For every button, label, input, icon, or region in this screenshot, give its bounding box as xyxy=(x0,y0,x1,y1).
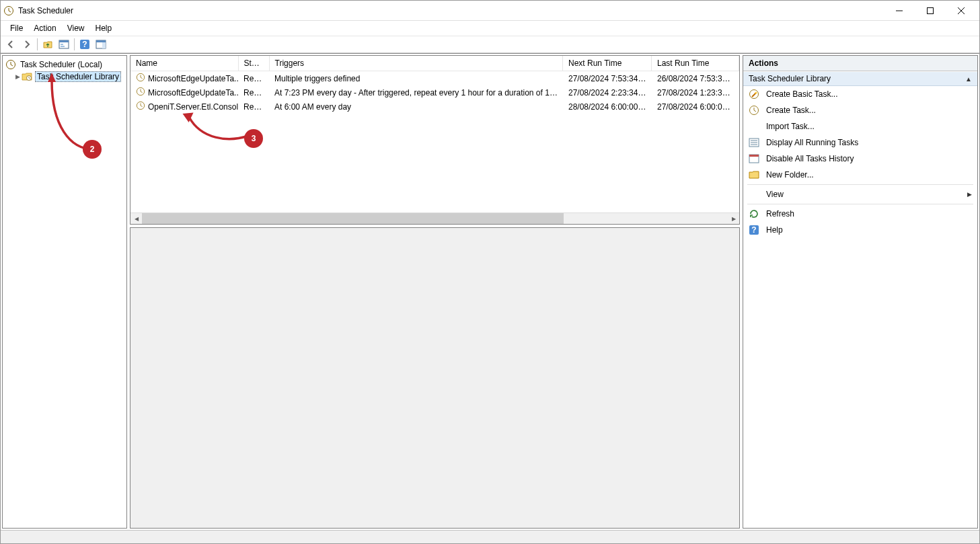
svg-point-17 xyxy=(755,92,757,94)
svg-text:?: ? xyxy=(82,40,87,49)
action-create-basic-task[interactable]: Create Basic Task... xyxy=(743,86,977,102)
close-button[interactable] xyxy=(946,1,977,20)
action-label: New Folder... xyxy=(766,170,814,180)
action-disable-history[interactable]: Disable All Tasks History xyxy=(743,151,977,167)
task-triggers: At 7:23 PM every day - After triggered, … xyxy=(269,85,563,100)
col-triggers[interactable]: Triggers xyxy=(269,56,563,71)
task-name: MicrosoftEdgeUpdateTa... xyxy=(148,88,238,98)
actions-section-title: Task Scheduler Library xyxy=(749,74,831,83)
action-new-folder[interactable]: New Folder... xyxy=(743,167,977,183)
svg-rect-4 xyxy=(61,44,63,45)
main-content: Task Scheduler (Local) ▶ Task Scheduler … xyxy=(1,53,979,530)
titlebar: Task Scheduler xyxy=(1,1,979,21)
menu-help[interactable]: Help xyxy=(90,22,118,34)
col-last-run[interactable]: Last Run Time xyxy=(652,56,739,71)
svg-rect-5 xyxy=(61,46,65,47)
task-triggers: Multiple triggers defined xyxy=(269,71,563,85)
wizard-icon xyxy=(749,89,759,100)
clock-icon xyxy=(3,5,14,16)
col-status[interactable]: Status xyxy=(238,56,269,71)
svg-text:?: ? xyxy=(751,225,756,235)
svg-rect-3 xyxy=(59,40,69,42)
detail-pane xyxy=(130,227,740,529)
properties-button[interactable] xyxy=(56,37,71,52)
actions-section-header[interactable]: Task Scheduler Library ▲ xyxy=(743,71,977,86)
action-help[interactable]: ? Help xyxy=(743,222,977,238)
scroll-thumb[interactable] xyxy=(142,213,564,224)
action-create-task[interactable]: Create Task... xyxy=(743,102,977,118)
task-status: Ready xyxy=(238,85,269,100)
task-status: Ready xyxy=(238,100,269,114)
task-scheduler-window: Task Scheduler File Action View Help ? xyxy=(0,0,980,544)
task-row[interactable]: MicrosoftEdgeUpdateTa... Ready Multiple … xyxy=(130,71,739,85)
scroll-track[interactable] xyxy=(142,213,728,224)
help-icon: ? xyxy=(749,225,759,235)
horizontal-scrollbar[interactable]: ◀ ▶ xyxy=(130,212,739,224)
tasks-body: MicrosoftEdgeUpdateTa... Ready Multiple … xyxy=(130,71,739,212)
up-button[interactable] xyxy=(40,37,55,52)
task-next: 27/08/2024 2:23:34 PM xyxy=(563,85,652,100)
help-button[interactable]: ? xyxy=(77,37,92,52)
clock-icon xyxy=(136,101,145,112)
action-label: View xyxy=(766,190,784,199)
clock-icon xyxy=(749,105,759,116)
folder-clock-icon xyxy=(22,71,32,82)
divider xyxy=(747,184,973,185)
action-label: Create Basic Task... xyxy=(766,89,838,99)
action-view[interactable]: View ▶ xyxy=(743,186,977,202)
task-next: 27/08/2024 7:53:34 PM xyxy=(563,71,652,85)
menu-view[interactable]: View xyxy=(62,22,90,34)
window-controls xyxy=(884,1,977,20)
menu-file[interactable]: File xyxy=(5,22,28,34)
back-button[interactable] xyxy=(3,37,18,52)
col-next-run[interactable]: Next Run Time xyxy=(563,56,652,71)
svg-rect-21 xyxy=(749,155,759,157)
clock-icon xyxy=(136,87,145,98)
task-row[interactable]: OpeniT.Server.Etl.Console Ready At 6:00 … xyxy=(130,100,739,114)
forward-button[interactable] xyxy=(20,37,34,52)
chevron-right-icon: ▶ xyxy=(967,191,972,198)
minimize-button[interactable] xyxy=(884,1,915,20)
tree-root-label: Task Scheduler (Local) xyxy=(19,60,104,69)
svg-rect-9 xyxy=(96,40,106,42)
task-status: Ready xyxy=(238,71,269,85)
window-title: Task Scheduler xyxy=(18,6,884,15)
pane-button[interactable] xyxy=(93,37,108,52)
tree-library[interactable]: ▶ Task Scheduler Library xyxy=(4,71,125,83)
action-display-running[interactable]: Display All Running Tasks xyxy=(743,134,977,151)
action-import-task[interactable]: Import Task... xyxy=(743,118,977,134)
statusbar xyxy=(1,530,979,543)
tasks-header-row: Name Status Triggers Next Run Time Last … xyxy=(130,56,739,71)
chevron-right-icon[interactable]: ▶ xyxy=(13,73,22,80)
svg-rect-10 xyxy=(102,42,106,48)
tasks-list-pane: Name Status Triggers Next Run Time Last … xyxy=(130,55,740,225)
blank-icon xyxy=(749,189,759,200)
task-triggers: At 6:00 AM every day xyxy=(269,100,563,114)
svg-rect-1 xyxy=(928,7,934,13)
action-label: Display All Running Tasks xyxy=(766,138,858,147)
history-icon xyxy=(749,153,759,164)
menu-action[interactable]: Action xyxy=(28,22,61,34)
col-name[interactable]: Name xyxy=(130,56,238,71)
scroll-left-icon[interactable]: ◀ xyxy=(130,213,142,225)
blank-icon xyxy=(749,121,759,132)
task-next: 28/08/2024 6:00:00 AM xyxy=(563,100,652,114)
action-refresh[interactable]: Refresh xyxy=(743,206,977,222)
task-name: MicrosoftEdgeUpdateTa... xyxy=(148,74,238,83)
collapse-icon[interactable]: ▲ xyxy=(965,75,972,83)
list-icon xyxy=(749,137,759,148)
action-label: Help xyxy=(766,225,783,235)
actions-pane: Actions Task Scheduler Library ▲ Create … xyxy=(743,55,978,529)
separator xyxy=(37,38,38,50)
scroll-right-icon[interactable]: ▶ xyxy=(728,213,739,225)
tree-root[interactable]: Task Scheduler (Local) xyxy=(4,59,125,71)
action-label: Disable All Tasks History xyxy=(766,154,854,163)
clock-icon xyxy=(136,73,145,84)
toolbar: ? xyxy=(1,36,979,53)
separator xyxy=(74,38,75,50)
refresh-icon xyxy=(749,208,759,219)
maximize-button[interactable] xyxy=(915,1,946,20)
task-row[interactable]: MicrosoftEdgeUpdateTa... Ready At 7:23 P… xyxy=(130,85,739,100)
tasks-table: Name Status Triggers Next Run Time Last … xyxy=(130,56,739,71)
task-name: OpeniT.Server.Etl.Console xyxy=(148,102,238,112)
